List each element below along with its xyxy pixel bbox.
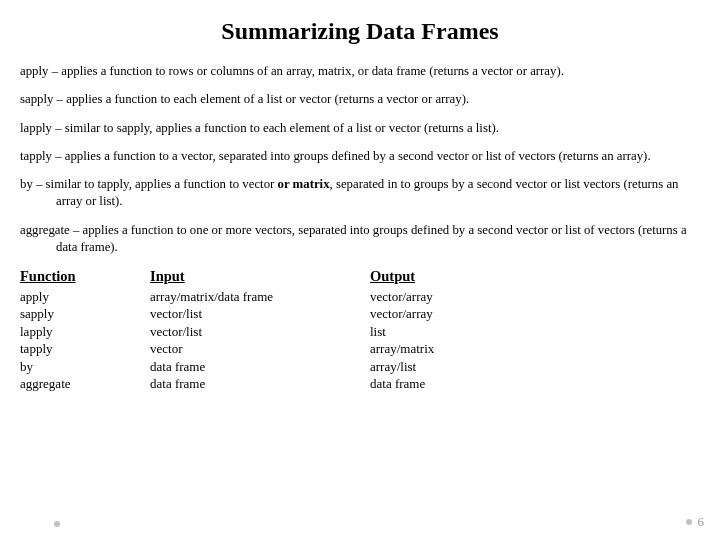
table-row: aggregate data frame data frame <box>20 375 700 393</box>
cell-input: vector/list <box>150 305 370 323</box>
cell-func: apply <box>20 288 150 306</box>
decorative-dot-icon <box>686 519 692 525</box>
decorative-dot-icon <box>54 521 60 527</box>
def-lapply: lapply – similar to sapply, applies a fu… <box>20 120 700 137</box>
table-row: apply array/matrix/data frame vector/arr… <box>20 288 700 306</box>
cell-output: vector/array <box>370 288 700 306</box>
cell-func: by <box>20 358 150 376</box>
table-row: lapply vector/list list <box>20 323 700 341</box>
def-aggregate: aggregate – applies a function to one or… <box>20 222 700 257</box>
def-by-bold: or matrix <box>278 177 330 191</box>
cell-input: data frame <box>150 375 370 393</box>
cell-output: list <box>370 323 700 341</box>
page-footer: 6 <box>686 514 705 530</box>
table-row: sapply vector/list vector/array <box>20 305 700 323</box>
summary-table: Function Input Output apply array/matrix… <box>20 267 700 393</box>
def-tapply: tapply – applies a function to a vector,… <box>20 148 700 165</box>
table-body: apply array/matrix/data frame vector/arr… <box>20 288 700 393</box>
header-input: Input <box>150 267 370 287</box>
def-apply: apply – applies a function to rows or co… <box>20 63 700 80</box>
cell-input: data frame <box>150 358 370 376</box>
cell-output: vector/array <box>370 305 700 323</box>
page-number: 6 <box>698 514 705 530</box>
cell-input: vector/list <box>150 323 370 341</box>
cell-output: data frame <box>370 375 700 393</box>
cell-func: tapply <box>20 340 150 358</box>
table-row: tapply vector array/matrix <box>20 340 700 358</box>
def-sapply: sapply – applies a function to each elem… <box>20 91 700 108</box>
cell-input: array/matrix/data frame <box>150 288 370 306</box>
cell-output: array/list <box>370 358 700 376</box>
cell-func: sapply <box>20 305 150 323</box>
page-title: Summarizing Data Frames <box>20 18 700 45</box>
cell-input: vector <box>150 340 370 358</box>
def-by-pre: by – similar to tapply, applies a functi… <box>20 177 278 191</box>
cell-func: lapply <box>20 323 150 341</box>
cell-output: array/matrix <box>370 340 700 358</box>
table-header-row: Function Input Output <box>20 267 700 287</box>
header-output: Output <box>370 267 700 287</box>
def-by: by – similar to tapply, applies a functi… <box>20 176 700 211</box>
table-row: by data frame array/list <box>20 358 700 376</box>
definitions-block: apply – applies a function to rows or co… <box>20 63 700 256</box>
header-function: Function <box>20 267 150 287</box>
cell-func: aggregate <box>20 375 150 393</box>
